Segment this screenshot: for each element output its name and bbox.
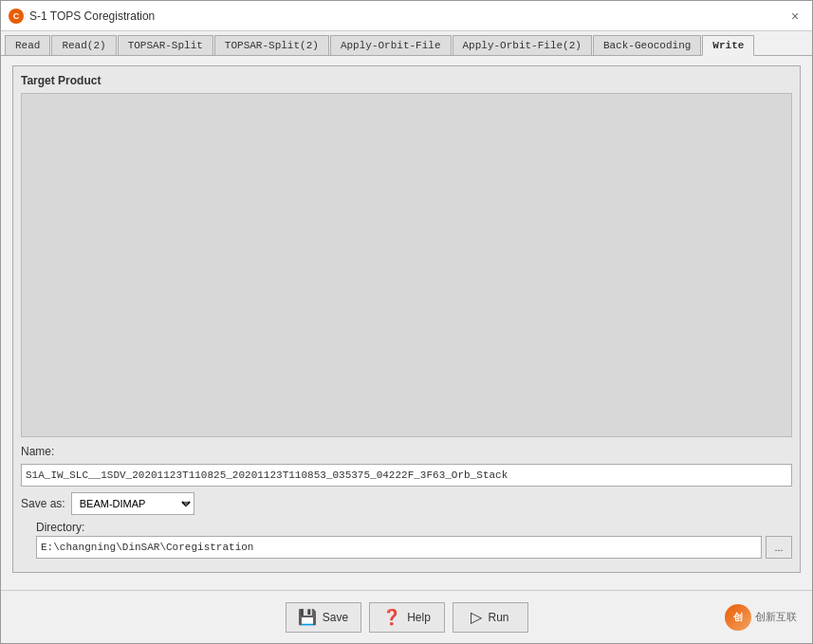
footer: 💾 Save ❓ Help ▷ Run 创 创新互联 [1,590,812,643]
title-bar: C S-1 TOPS Coregistration × [1,1,812,31]
name-input[interactable] [21,464,792,487]
save-as-select[interactable]: BEAM-DIMAP GeoTIFF NetCDF HDF5 [71,492,194,515]
tab-read[interactable]: Read [5,35,50,55]
help-label: Help [407,611,431,624]
tab-apply-orbit2[interactable]: Apply-Orbit-File(2) [453,35,592,55]
tab-bar: Read Read(2) TOPSAR-Split TOPSAR-Split(2… [1,31,812,56]
name-input-row [21,464,792,487]
directory-input[interactable] [36,536,762,559]
panel-inner-area [21,93,792,437]
save-as-row: Save as: BEAM-DIMAP GeoTIFF NetCDF HDF5 … [21,492,792,515]
app-icon: C [9,9,24,24]
directory-section: Directory: ... [36,521,792,559]
save-icon: 💾 [298,608,317,626]
close-button[interactable]: × [785,7,804,26]
name-row: Name: [21,445,792,458]
brand-name: 创新互联 [755,610,797,624]
save-label: Save [323,611,348,624]
run-label: Run [488,611,508,624]
directory-input-row: ... [36,536,792,559]
help-button[interactable]: ❓ Help [369,602,445,633]
run-icon: ▷ [471,608,482,626]
brand-logo: 创 创新互联 [528,604,798,631]
tab-back-geocoding[interactable]: Back-Geocoding [593,35,701,55]
brand-icon: 创 [725,604,751,631]
save-as-wrapper: BEAM-DIMAP GeoTIFF NetCDF HDF5 ▼ [71,492,194,515]
title-bar-left: C S-1 TOPS Coregistration [9,9,155,24]
save-button[interactable]: 💾 Save [286,602,361,633]
browse-button[interactable]: ... [766,536,792,559]
run-button[interactable]: ▷ Run [453,602,528,633]
footer-buttons: 💾 Save ❓ Help ▷ Run [286,602,528,633]
tab-topsar-split[interactable]: TOPSAR-Split [118,35,213,55]
tab-topsar-split2[interactable]: TOPSAR-Split(2) [214,35,329,55]
window-title: S-1 TOPS Coregistration [29,9,155,23]
panel-title: Target Product [21,74,792,87]
save-as-label: Save as: [21,497,65,510]
main-content: Target Product Name: Save as: BEAM-DIMAP [1,56,812,590]
directory-label: Directory: [36,521,792,534]
name-label: Name: [21,445,54,458]
form-section: Name: Save as: BEAM-DIMAP GeoTIFF NetCDF… [21,445,792,564]
tab-read2[interactable]: Read(2) [51,35,116,55]
tab-apply-orbit[interactable]: Apply-Orbit-File [330,35,452,55]
help-icon: ❓ [382,608,401,626]
tab-write[interactable]: Write [702,35,754,56]
target-product-panel: Target Product Name: Save as: BEAM-DIMAP [12,65,801,573]
main-window: C S-1 TOPS Coregistration × Read Read(2)… [0,0,813,644]
